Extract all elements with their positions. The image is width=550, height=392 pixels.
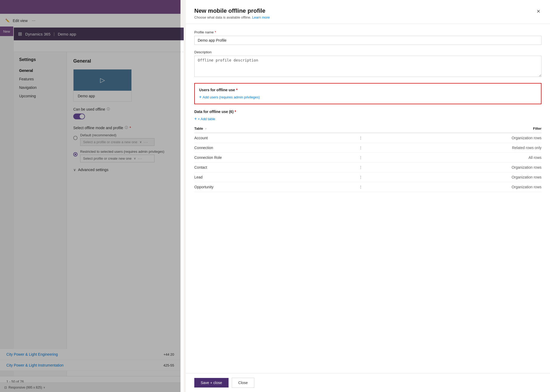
add-users-label: Add users (requires admin privileges) <box>203 95 260 99</box>
table-row: Lead ⋮ Organization rows <box>194 172 542 182</box>
filter-col-header: Filter <box>366 124 542 133</box>
add-users-button[interactable]: + Add users (requires admin privileges) <box>199 95 260 99</box>
panel-header: New mobile offline profile Choose what d… <box>186 0 550 24</box>
description-group: Description Offline profile description <box>194 50 542 78</box>
data-section-title: Data for offline use (6) * <box>194 110 542 114</box>
table-col-header: Table ↑ <box>194 124 355 133</box>
table-row: Opportunity ⋮ Organization rows <box>194 182 542 192</box>
table-cell-name: Lead <box>194 172 355 182</box>
table-cell-filter: Organization rows <box>366 172 542 182</box>
dots-col-header <box>355 124 366 133</box>
table-cell-name: Opportunity <box>194 182 355 192</box>
row-dots-button[interactable]: ⋮ <box>355 182 366 192</box>
learn-more-link[interactable]: Learn more <box>252 15 270 19</box>
table-cell-name: Connection <box>194 143 355 153</box>
description-textarea[interactable]: Offline profile description <box>194 56 542 77</box>
sort-icon[interactable]: ↑ <box>205 127 207 130</box>
table-cell-filter: Organization rows <box>366 163 542 172</box>
table-cell-name: Account <box>194 133 355 143</box>
required-star: * <box>235 110 236 114</box>
data-table: Table ↑ Filter Account ⋮ Organization ro… <box>194 124 542 192</box>
row-dots-button[interactable]: ⋮ <box>355 133 366 143</box>
add-table-label: + Add table <box>198 117 215 121</box>
plus-icon-table: + <box>194 116 197 121</box>
table-row: Account ⋮ Organization rows <box>194 133 542 143</box>
row-dots-button[interactable]: ⋮ <box>355 163 366 172</box>
description-label: Description <box>194 50 542 54</box>
table-cell-filter: Related rows only <box>366 143 542 153</box>
row-dots-button[interactable]: ⋮ <box>355 143 366 153</box>
panel-body: Profile name * Description Offline profi… <box>186 24 550 373</box>
plus-icon: + <box>199 95 201 99</box>
panel-title: New mobile offline profile <box>194 7 270 14</box>
table-cell-filter: All rows <box>366 153 542 163</box>
table-row: Connection ⋮ Related rows only <box>194 143 542 153</box>
panel-subtitle: Choose what data is available offline. L… <box>194 15 270 19</box>
add-table-button[interactable]: + + Add table <box>194 116 215 121</box>
data-section: Data for offline use (6) * + + Add table… <box>194 110 542 192</box>
users-section: Users for offline use * + Add users (req… <box>194 83 542 104</box>
panel-footer: Save + close Close <box>186 373 550 392</box>
required-star: * <box>215 30 216 34</box>
table-cell-filter: Organization rows <box>366 133 542 143</box>
close-button[interactable]: Close <box>232 378 255 388</box>
table-row: Connection Role ⋮ All rows <box>194 153 542 163</box>
panel-header-text: New mobile offline profile Choose what d… <box>194 7 270 19</box>
offline-profile-panel: New mobile offline profile Choose what d… <box>186 0 550 392</box>
profile-name-input[interactable] <box>194 36 542 45</box>
save-close-button[interactable]: Save + close <box>194 378 229 387</box>
users-section-title: Users for offline use * <box>199 88 537 92</box>
close-panel-button[interactable]: ✕ <box>535 7 542 15</box>
table-row: Contact ⋮ Organization rows <box>194 163 542 172</box>
table-cell-name: Contact <box>194 163 355 172</box>
overlay-backdrop <box>0 0 181 392</box>
profile-name-group: Profile name * <box>194 30 542 45</box>
required-star: * <box>236 88 237 92</box>
row-dots-button[interactable]: ⋮ <box>355 172 366 182</box>
table-cell-name: Connection Role <box>194 153 355 163</box>
profile-name-label: Profile name * <box>194 30 542 34</box>
table-cell-filter: Organization rows <box>366 182 542 192</box>
row-dots-button[interactable]: ⋮ <box>355 153 366 163</box>
